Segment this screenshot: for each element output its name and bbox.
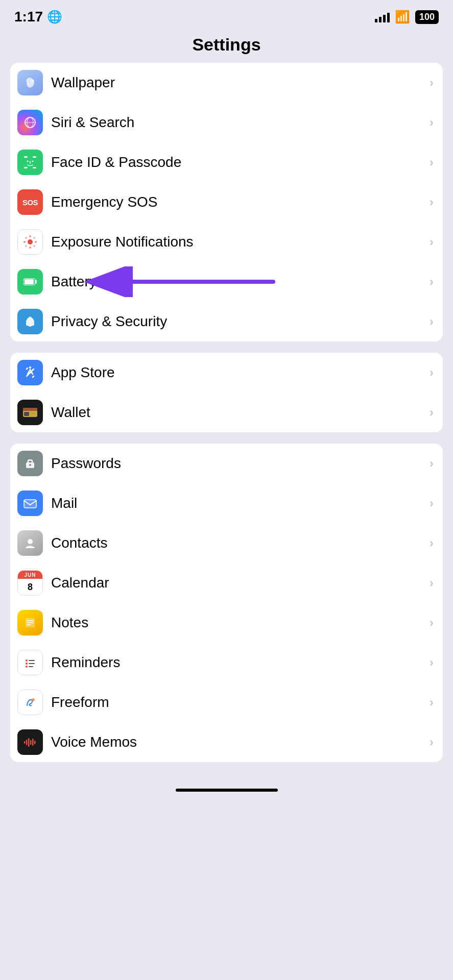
mail-chevron: › (430, 496, 434, 510)
wallpaper-icon (17, 70, 43, 95)
faceid-chevron: › (430, 155, 434, 169)
settings-item-siri[interactable]: Siri & Search › (10, 103, 443, 142)
status-icons: 📶 100 (375, 10, 439, 24)
exposure-label: Exposure Notifications (51, 234, 425, 250)
settings-group-1: Wallpaper › Siri & Search › (10, 63, 443, 341)
svg-point-1 (27, 83, 29, 85)
settings-item-sos[interactable]: SOS Emergency SOS › (10, 182, 443, 222)
reminders-icon (17, 650, 43, 675)
wallpaper-chevron: › (430, 76, 434, 90)
contacts-label: Contacts (51, 535, 425, 551)
svg-point-9 (27, 161, 29, 162)
wallet-icon (17, 400, 43, 425)
settings-item-faceid[interactable]: Face ID & Passcode › (10, 142, 443, 182)
settings-item-appstore[interactable]: App Store › (10, 353, 443, 393)
status-time: 1:17 🌐 (14, 9, 62, 25)
settings-item-notes[interactable]: Notes › (10, 603, 443, 643)
wallet-chevron: › (430, 405, 434, 420)
wallpaper-label: Wallpaper (51, 75, 425, 91)
mail-icon (17, 491, 43, 516)
reminders-chevron: › (430, 655, 434, 670)
svg-rect-7 (24, 167, 28, 168)
svg-rect-51 (30, 740, 32, 745)
sos-icon: SOS (17, 189, 43, 215)
passwords-icon (17, 451, 43, 476)
settings-item-wallet[interactable]: Wallet › (10, 393, 443, 432)
settings-item-battery[interactable]: Battery › (10, 262, 443, 302)
settings-item-reminders[interactable]: Reminders › (10, 643, 443, 682)
settings-item-mail[interactable]: Mail › (10, 483, 443, 523)
svg-rect-34 (24, 500, 36, 508)
settings-item-freeform[interactable]: Freeform › (10, 682, 443, 722)
siri-label: Siri & Search (51, 114, 425, 131)
sos-chevron: › (430, 195, 434, 209)
appstore-label: App Store (51, 364, 425, 381)
nav-title-bar: Settings (0, 31, 453, 63)
voicememos-chevron: › (430, 735, 434, 749)
siri-chevron: › (430, 115, 434, 130)
settings-group-2: App Store › Wallet › (10, 353, 443, 432)
passwords-label: Passwords (51, 455, 425, 472)
calendar-chevron: › (430, 576, 434, 590)
svg-point-13 (29, 247, 31, 249)
settings-item-passwords[interactable]: Passwords › (10, 444, 443, 483)
svg-rect-48 (24, 741, 26, 744)
svg-point-41 (26, 659, 28, 662)
home-indicator (176, 789, 278, 792)
settings-item-calendar[interactable]: JUN 8 Calendar › (10, 563, 443, 603)
settings-item-privacy[interactable]: Privacy & Security › (10, 302, 443, 341)
freeform-icon (17, 690, 43, 715)
battery-chevron: › (430, 275, 434, 289)
svg-point-17 (33, 237, 35, 239)
settings-item-wallpaper[interactable]: Wallpaper › (10, 63, 443, 103)
svg-point-11 (28, 239, 33, 244)
settings-item-contacts[interactable]: Contacts › (10, 523, 443, 563)
settings-item-voicememos[interactable]: Voice Memos › (10, 722, 443, 762)
svg-point-47 (32, 698, 35, 701)
svg-point-15 (35, 241, 37, 243)
svg-rect-22 (35, 280, 37, 284)
svg-rect-53 (34, 741, 36, 744)
appstore-chevron: › (430, 365, 434, 380)
sos-label: Emergency SOS (51, 194, 425, 210)
svg-rect-52 (32, 739, 34, 746)
freeform-chevron: › (430, 695, 434, 709)
notes-label: Notes (51, 615, 425, 631)
appstore-icon (17, 360, 43, 385)
time-display: 1:17 (14, 9, 43, 25)
globe-icon: 🌐 (47, 10, 62, 24)
exposure-icon (17, 229, 43, 255)
svg-rect-31 (30, 412, 36, 414)
battery-indicator: 100 (415, 10, 439, 24)
reminders-label: Reminders (51, 654, 425, 671)
privacy-icon (17, 309, 43, 334)
svg-point-33 (29, 464, 31, 466)
svg-rect-8 (33, 167, 36, 168)
settings-item-exposure[interactable]: Exposure Notifications › (10, 222, 443, 262)
calendar-icon: JUN 8 (17, 570, 43, 596)
notes-chevron: › (430, 616, 434, 630)
privacy-label: Privacy & Security (51, 313, 425, 330)
contacts-chevron: › (430, 536, 434, 550)
contacts-icon (17, 530, 43, 556)
svg-point-16 (25, 237, 27, 239)
wifi-icon: 📶 (395, 10, 410, 24)
svg-rect-30 (24, 412, 29, 416)
svg-point-42 (26, 663, 28, 665)
svg-point-14 (23, 241, 26, 243)
svg-point-18 (25, 245, 27, 247)
svg-point-19 (33, 245, 35, 247)
svg-point-12 (29, 235, 31, 237)
svg-rect-5 (24, 156, 28, 158)
signal-icon (375, 11, 390, 22)
siri-icon (17, 110, 43, 135)
status-bar: 1:17 🌐 📶 100 (0, 0, 453, 31)
passwords-chevron: › (430, 456, 434, 471)
svg-rect-23 (25, 279, 34, 284)
svg-rect-29 (23, 408, 37, 411)
settings-group-3: Passwords › Mail › Contacts › (10, 444, 443, 762)
svg-point-10 (32, 161, 34, 162)
calendar-label: Calendar (51, 575, 425, 591)
privacy-chevron: › (430, 314, 434, 329)
faceid-label: Face ID & Passcode (51, 154, 425, 170)
